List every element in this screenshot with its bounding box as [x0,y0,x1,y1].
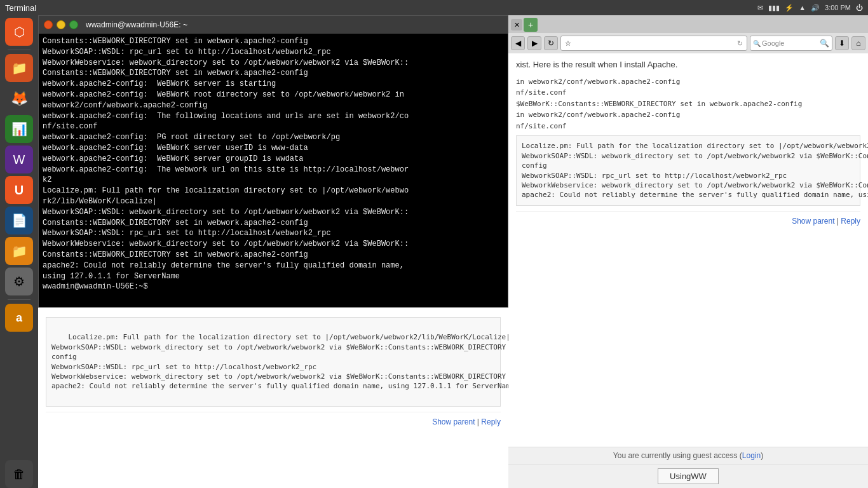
right-line-3: $WeBWorK::Constants::WEBWORK_DIRECTORY s… [516,98,860,110]
back-button[interactable]: ◀ [511,36,525,50]
taskbar-left: Terminal [5,3,36,13]
forward-button[interactable]: ▶ [527,36,541,50]
forum-btn-area: UsingWW [508,464,868,488]
show-parent-link[interactable]: Show parent [432,417,475,426]
footer-text: You are currently using guest access ( [613,451,742,460]
reply-link[interactable]: Reply [481,417,501,426]
reply-link-top[interactable]: Reply [841,217,860,226]
terminal-close-btn[interactable] [44,20,53,29]
lower-page-content: Localize.pm: Full path for the localizat… [38,308,508,488]
browser-new-tab-btn[interactable]: + [524,18,538,32]
lower-code-line-2: WebworkSOAP::WSDL: webwork_directory set… [51,343,508,351]
download-button[interactable]: ⬇ [835,36,849,50]
terminal-minimize-btn[interactable] [57,20,65,29]
footer-text2: ) [761,451,763,460]
lower-code-line-6: apache2: Could not reliably determine th… [51,382,508,390]
docs-icon[interactable]: 📄 [5,207,33,234]
sidebar-divider-1 [8,50,31,50]
lower-code-line-4: WebworkSOAP::WSDL: rpc_url set to http:/… [51,363,316,371]
terminal-window: wwadmin@wwadmin-U56E: ~ Constants::WEBWO… [38,15,508,308]
browser-panel: ✕ + ◀ ▶ ↻ ☆ ↻ 🔍 Google � [508,15,868,488]
terminal-maximize-btn[interactable] [69,20,78,29]
sidebar-divider-2 [8,299,31,300]
browser-tabs: ✕ + [508,15,868,33]
search-bar[interactable]: 🔍 Google 🔍 [750,36,832,51]
ubuntu-home-icon[interactable]: ⬡ [5,18,33,46]
search-submit-icon[interactable]: 🔍 [820,39,829,48]
battery-icon: ▮▮▮ [768,4,780,12]
clock: 3:00 PM [825,4,851,11]
right-line-5: nf/site.conf [516,121,860,132]
ubuntu-software-icon[interactable]: U [5,176,33,204]
sidebar: ⬡ 📁 🦊 📊 W U 📄 📁 ⚙ a 🗑 [0,15,38,488]
trash-icon[interactable]: 🗑 [5,460,33,488]
star-icon: ☆ [565,39,571,48]
right-line-4: in webwork2/conf/webwork.apache2-config [516,109,860,121]
amazon-icon[interactable]: a [5,304,33,332]
taskbar: Terminal ✉ ▮▮▮ ⚡ ▲ 🔊 3:00 PM ⏻ [0,0,868,15]
intro-text: xist. Here is the result when I install … [516,58,860,71]
right-line-1: in webwork2/conf/webwork.apache2-config [516,76,860,88]
browser-chrome: ✕ + ◀ ▶ ↻ ☆ ↻ 🔍 Google � [508,15,868,53]
writer-icon[interactable]: W [5,146,33,173]
browser-tab-close-btn[interactable]: ✕ [511,19,522,30]
firefox-icon[interactable]: 🦊 [5,85,33,112]
browser-toolbar: ◀ ▶ ↻ ☆ ↻ 🔍 Google 🔍 ⬇ ⌂ [508,33,868,53]
terminal-content[interactable]: Constants::WEBWORK_DIRECTORY set in webw… [39,34,508,307]
google-search-icon: 🔍 [753,40,761,47]
post-actions-lower: Show parent | Reply [46,412,501,428]
browser-code-block: Localize.pm: Full path for the localizat… [516,135,860,205]
address-bar[interactable]: ☆ ↻ [560,36,747,51]
volume-icon: 🔊 [811,4,820,12]
terminal-title: wwadmin@wwadmin-U56E: ~ [86,20,187,29]
home-button[interactable]: ⌂ [851,36,865,50]
post-actions: Show parent | Reply [516,211,860,227]
lower-code-line-3: config [51,353,77,361]
login-link[interactable]: Login [742,451,761,460]
reload-icon-small: ↻ [737,39,743,48]
right-line-2: nf/site.conf [516,87,860,98]
lower-code-line-5: WebworkWebservice: webwork_directory set… [51,372,508,381]
browser-main-content: xist. Here is the result when I install … [508,53,868,447]
network-icon: ▲ [799,4,806,11]
power-icon: ⏻ [856,4,863,11]
lower-code-line-1: Localize.pm: Full path for the localizat… [69,333,509,341]
right-col-text: in webwork2/conf/webwork.apache2-config … [516,76,860,132]
browser-footer: You are currently using guest access (Lo… [508,447,868,464]
gear-icon[interactable]: ⚙ [5,268,33,295]
search-placeholder: Google [762,39,784,47]
files-icon[interactable]: 📁 [5,54,33,82]
show-parent-link-top[interactable]: Show parent [792,217,834,226]
reload-button[interactable]: ↻ [544,36,558,50]
mail-icon: ✉ [757,4,763,12]
lower-code-block: Localize.pm: Full path for the localizat… [46,317,501,407]
terminal-titlebar: wwadmin@wwadmin-U56E: ~ [39,16,508,34]
bluetooth-icon: ⚡ [785,4,794,12]
taskbar-right: ✉ ▮▮▮ ⚡ ▲ 🔊 3:00 PM ⏻ [757,4,863,12]
using-ww-button[interactable]: UsingWW [658,468,719,484]
calc-icon[interactable]: 📊 [5,115,33,143]
folder-icon[interactable]: 📁 [5,237,33,265]
taskbar-title: Terminal [5,3,36,13]
